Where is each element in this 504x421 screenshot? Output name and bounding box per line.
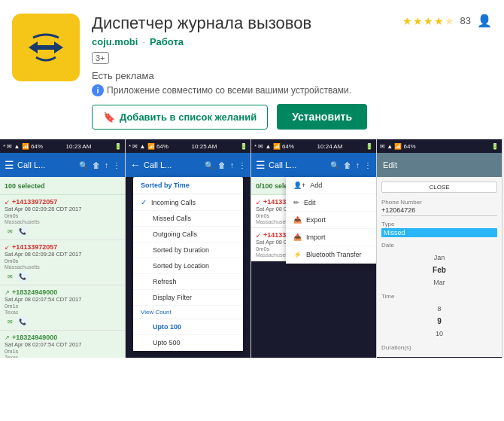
status-time-2: 10:25 AM xyxy=(192,143,217,150)
edit-bar: Edit xyxy=(377,153,502,177)
more-icon-1[interactable]: ⋮ xyxy=(113,161,120,169)
outgoing-calls-item[interactable]: Outgoing Calls xyxy=(133,227,243,243)
sms-icon-1[interactable]: ✉ xyxy=(5,226,15,236)
call-number-1: +14133972057 xyxy=(12,198,57,206)
more-icon-3[interactable]: ⋮ xyxy=(364,161,372,169)
developer-link[interactable]: coju.mobi xyxy=(92,36,138,47)
add-label: Add xyxy=(310,182,322,189)
call-item-3[interactable]: ↗ +18324949000 Sat Apr 08 02:07:54 CDT 2… xyxy=(0,285,125,331)
share-icon-2[interactable]: ↑ xyxy=(230,161,234,169)
bluetooth-item[interactable]: ⚡ Bluetooth Transfer xyxy=(286,246,376,264)
add-item[interactable]: 👤+ Add xyxy=(286,177,376,194)
wishlist-label: Добавить в список желаний xyxy=(120,111,257,123)
call-back-icon-2[interactable]: 📞 xyxy=(17,271,28,282)
date-field: Date Jan Feb Mar xyxy=(381,242,497,288)
call-back-icon-1[interactable]: 📞 xyxy=(17,226,28,236)
export-item[interactable]: 📤 Export xyxy=(286,212,376,229)
call-number-2: +14133972057 xyxy=(12,243,57,251)
arrow-s3-2: ↙ xyxy=(256,232,261,239)
display-filter-item[interactable]: Display Filter xyxy=(133,290,243,306)
edit-content: CLOSE Phone Number +12064726 Type Missed… xyxy=(377,177,502,357)
display-filter-label: Display Filter xyxy=(153,294,192,301)
upto-500-item[interactable]: Upto 500 xyxy=(133,335,243,351)
call-item-1[interactable]: ↙ +14133972057 Sat Apr 08 02:09:28 CDT 2… xyxy=(0,195,125,240)
screenshot-3: * ✉ ▲ 📶 64% 10:24 AM 🔋 ☰ Call L... 🔍 🗑 ↑… xyxy=(251,139,377,358)
compat-row: i Приложение совместимо со всеми вашими … xyxy=(92,84,492,96)
arrow-missed-1: ↙ xyxy=(5,199,10,206)
status-left-1: * ✉ ▲ 📶 64% xyxy=(3,143,43,150)
search-icon-2[interactable]: 🔍 xyxy=(205,161,214,169)
app-header: Диспетчер журнала вызовов coju.mobi · Ра… xyxy=(0,0,504,139)
upto-100-item[interactable]: Upto 100 xyxy=(133,319,243,335)
back-icon-2[interactable]: ← xyxy=(130,159,141,171)
call-duration-4: 0m1s xyxy=(5,348,120,355)
status-bar-3: * ✉ ▲ 📶 64% 10:24 AM 🔋 xyxy=(251,139,376,153)
app-bar-title-3: Call L... xyxy=(269,160,327,169)
call-date-4: Sat Apr 08 02:07:54 CDT 2017 xyxy=(5,341,120,348)
status-left-3: * ✉ ▲ 📶 64% xyxy=(254,143,294,150)
time-section: Time 8 9 10 xyxy=(381,293,497,340)
screenshot-4: ✉ ▲ 📶 64% 🔋 Edit CLOSE Phone Number +120… xyxy=(377,139,502,358)
menu-icon-1[interactable]: ☰ xyxy=(5,159,14,171)
time-scroll[interactable]: 8 9 10 xyxy=(381,303,497,340)
phone-number-value[interactable]: +12064726 xyxy=(381,206,497,216)
selected-count-1: 100 selected xyxy=(5,182,45,190)
app-category[interactable]: Работа xyxy=(150,36,184,47)
import-item[interactable]: 📥 Import xyxy=(286,229,376,246)
month-mar: Mar xyxy=(381,276,497,288)
search-icon-3[interactable]: 🔍 xyxy=(330,161,339,169)
search-icon-1[interactable]: 🔍 xyxy=(79,161,88,169)
person-icon: 👤 xyxy=(477,14,492,28)
status-time-1: 10:23 AM xyxy=(66,143,92,150)
delete-icon-3[interactable]: 🗑 xyxy=(344,161,351,169)
star-4: ★ xyxy=(434,15,444,27)
missed-calls-item[interactable]: Missed Calls xyxy=(133,211,243,227)
edit-icon: ✏ xyxy=(293,199,299,206)
sorted-by-duration-label: Sorted by Duration xyxy=(153,246,209,254)
refresh-label: Refresh xyxy=(153,278,177,285)
phone-number-label: Phone Number xyxy=(381,199,497,206)
share-icon-1[interactable]: ↑ xyxy=(105,161,108,169)
call-number-4: +18324949000 xyxy=(12,334,57,341)
wishlist-button[interactable]: 🔖 Добавить в список желаний xyxy=(92,105,268,130)
status-left-4: ✉ ▲ 📶 64% xyxy=(380,143,416,150)
call-duration-2: 0m0s xyxy=(5,258,120,264)
refresh-item[interactable]: Refresh xyxy=(133,274,243,290)
type-field: Type Missed xyxy=(381,221,497,237)
status-left-2: * ✉ ▲ 📶 64% xyxy=(129,143,169,150)
share-icon-3[interactable]: ↑ xyxy=(356,161,360,169)
status-right-2: 🔋 xyxy=(240,143,247,150)
date-label: Date xyxy=(381,242,497,249)
sms-icon-3[interactable]: ✉ xyxy=(5,316,15,327)
install-button[interactable]: Установить xyxy=(277,104,367,130)
check-incoming: ✓ xyxy=(141,198,147,206)
app-bar-2: ← Call L... 🔍 🗑 ↑ ⋮ xyxy=(126,153,250,177)
close-button[interactable]: CLOSE xyxy=(381,182,497,193)
call-number-3: +18324949000 xyxy=(12,288,57,296)
delete-icon-1[interactable]: 🗑 xyxy=(93,161,100,169)
menu-icon-3[interactable]: ☰ xyxy=(256,159,266,171)
call-item-2[interactable]: ↙ +14133972057 Sat Apr 08 02:09:28 CDT 2… xyxy=(0,240,125,285)
ads-text: Есть реклама xyxy=(92,70,492,81)
month-scroll[interactable]: Jan Feb Mar xyxy=(381,252,497,288)
star-1: ★ xyxy=(402,15,412,27)
type-value[interactable]: Missed xyxy=(381,228,497,237)
sorted-by-location-item[interactable]: Sorted by Location xyxy=(133,258,243,274)
import-label: Import xyxy=(306,233,326,241)
sms-icon-2[interactable]: ✉ xyxy=(5,271,15,282)
call-icons-3: ✉ 📞 xyxy=(5,316,120,327)
time-10: 10 xyxy=(381,328,497,340)
call-item-4[interactable]: ↗ +18324949000 Sat Apr 08 02:07:54 CDT 2… xyxy=(0,331,125,358)
app-bar-1: ☰ Call L... 🔍 🗑 ↑ ⋮ xyxy=(0,153,125,177)
incoming-calls-item[interactable]: ✓ Incoming Calls xyxy=(133,194,243,211)
delete-icon-2[interactable]: 🗑 xyxy=(218,161,226,169)
outgoing-calls-label: Outgoing Calls xyxy=(153,230,197,238)
more-icon-2[interactable]: ⋮ xyxy=(238,161,246,169)
call-back-icon-3[interactable]: 📞 xyxy=(17,316,28,327)
bluetooth-label: Bluetooth Transfer xyxy=(306,251,362,258)
export-icon: 📤 xyxy=(293,216,302,224)
sorted-by-duration-item[interactable]: Sorted by Duration xyxy=(133,243,243,258)
call-icons-2: ✉ 📞 xyxy=(5,271,120,282)
call-duration-3: 0m1s xyxy=(5,303,120,310)
edit-item[interactable]: ✏ Edit xyxy=(286,194,376,212)
